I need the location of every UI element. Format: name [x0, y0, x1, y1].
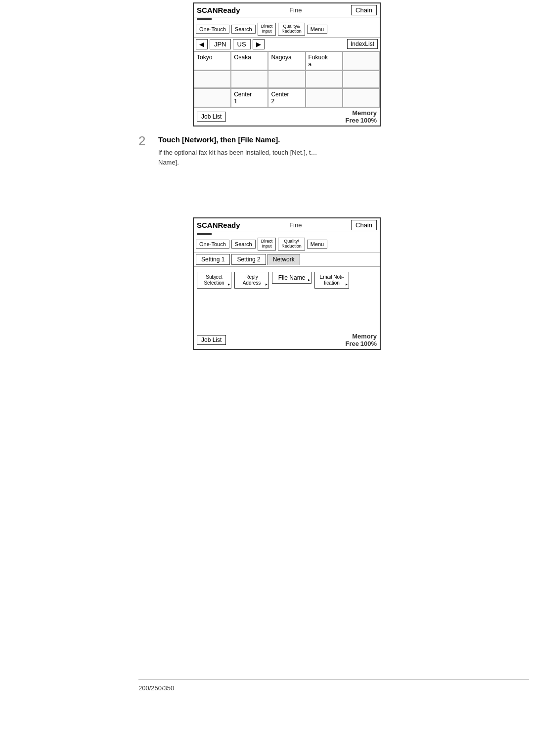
panel1-top-bar: SCANReady Fine Chain	[194, 3, 380, 17]
grid-cell-r2c4	[306, 71, 343, 88]
reply-address-arrow: ▸	[266, 282, 267, 287]
panel2-memory-free: Memory Free 100%	[346, 333, 377, 347]
file-name-button[interactable]: File Name ▸	[272, 272, 312, 284]
grid-cell-r1c5	[343, 51, 380, 70]
memory-free-indicator: Memory Free 100%	[346, 109, 377, 124]
panel2-quality: Fine	[289, 221, 302, 229]
grid-cell-r2c5	[343, 71, 380, 88]
reply-address-button[interactable]: ReplyAddress ▸	[234, 272, 269, 289]
grid-cell-r3c1	[194, 88, 231, 107]
panel1-grid-row1: Tokyo Osaka Nagoya Fukuoka	[194, 51, 380, 71]
footer-model: 200/250/350	[138, 684, 174, 692]
panel2-title: SCANReady	[197, 221, 240, 229]
panel1-bottom-bar: Job List Memory Free 100%	[194, 108, 380, 126]
grid-cell-fukuoka[interactable]: Fukuoka	[306, 51, 343, 70]
panel2-menu-button[interactable]: Menu	[307, 240, 328, 249]
panel1-nav-row: ◀ JPN US ▶ IndexList	[194, 38, 380, 51]
file-name-arrow: ▸	[308, 278, 310, 282]
grid-cell-center1[interactable]: Center1	[231, 88, 268, 107]
panel2-top-bar: SCANReady Fine Chain	[194, 218, 380, 232]
panel2-search-button[interactable]: Search	[231, 240, 256, 249]
panel2-toolbar: One-Touch Search Direct Input Quality/ R…	[194, 236, 380, 252]
panel1-status-bar	[197, 18, 212, 20]
grid-cell-r2c2	[231, 71, 268, 88]
panel1-chain-button[interactable]: Chain	[351, 5, 377, 15]
panel1-quality: Fine	[289, 6, 302, 14]
panel1-title: SCANReady	[197, 6, 240, 14]
panel2-quality-reduction-button[interactable]: Quality/ Reduction	[278, 238, 305, 251]
subject-selection-arrow: ▸	[228, 282, 230, 287]
email-notification-arrow: ▸	[346, 282, 348, 287]
screen-panel-2: SCANReady Fine Chain One-Touch Search Di…	[193, 217, 381, 350]
panel2-bottom-bar: Job List Memory Free 100%	[194, 331, 380, 349]
nav-label-us: US	[233, 39, 251, 49]
footer-divider	[138, 679, 529, 679]
panel2-buttons-area: SubjectSelection ▸ ReplyAddress ▸ File N…	[194, 267, 380, 316]
tab-setting2[interactable]: Setting 2	[231, 254, 266, 265]
panel2-direct-input-button[interactable]: Direct Input	[258, 238, 276, 251]
panel2-tabs: Setting 1 Setting 2 Network	[194, 252, 380, 267]
index-list-button[interactable]: IndexList	[347, 39, 378, 49]
step2-subtext: If the optional fax kit has been install…	[158, 148, 317, 167]
panel1-toolbar: One-Touch Search Direct Input Quality& R…	[194, 21, 380, 38]
grid-cell-r3c5	[343, 88, 380, 107]
one-touch-button[interactable]: One-Touch	[196, 25, 229, 34]
panel2-chain-button[interactable]: Chain	[351, 220, 377, 230]
grid-cell-r2c3	[268, 71, 305, 88]
panel2-job-list-button[interactable]: Job List	[197, 335, 226, 345]
nav-left-arrow[interactable]: ◀	[196, 39, 208, 49]
panel2-spacer	[194, 316, 380, 331]
subject-selection-button[interactable]: SubjectSelection ▸	[197, 272, 231, 289]
job-list-button[interactable]: Job List	[197, 112, 226, 122]
screen-panel-1: SCANReady Fine Chain One-Touch Search Di…	[193, 2, 381, 126]
quality-reduction-button[interactable]: Quality& Reduction	[278, 23, 305, 36]
tab-setting1[interactable]: Setting 1	[196, 254, 230, 265]
nav-label-jpn: JPN	[210, 39, 231, 49]
grid-cell-nagoya[interactable]: Nagoya	[268, 51, 305, 70]
grid-cell-osaka[interactable]: Osaka	[231, 51, 268, 70]
panel2-status-bar	[197, 233, 212, 235]
tab-network[interactable]: Network	[267, 254, 300, 265]
search-button[interactable]: Search	[231, 25, 256, 34]
email-notification-button[interactable]: Email Noti-fication ▸	[314, 272, 349, 289]
step2-section: 2 Touch [Network], then [File Name]. If …	[138, 133, 317, 167]
grid-cell-center2[interactable]: Center2	[268, 88, 305, 107]
panel1-grid-row3: Center1 Center2	[194, 88, 380, 108]
panel1-grid-row2	[194, 71, 380, 88]
grid-cell-r2c1	[194, 71, 231, 88]
nav-right-arrow[interactable]: ▶	[253, 39, 265, 49]
menu-button[interactable]: Menu	[307, 25, 328, 34]
panel2-one-touch-button[interactable]: One-Touch	[196, 240, 229, 249]
step2-text: Touch [Network], then [File Name].	[158, 133, 317, 144]
grid-cell-r3c4	[306, 88, 343, 107]
direct-input-button[interactable]: Direct Input	[258, 23, 276, 36]
grid-cell-tokyo[interactable]: Tokyo	[194, 51, 231, 70]
step2-number: 2	[138, 133, 145, 149]
